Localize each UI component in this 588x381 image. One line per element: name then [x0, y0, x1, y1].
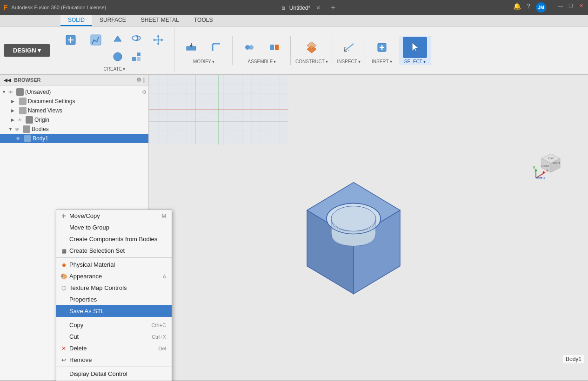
rigid-group-button[interactable] — [262, 37, 287, 58]
new-component-button[interactable] — [59, 29, 83, 51]
create-arrow-icon: ▾ — [123, 66, 125, 72]
settings-unsaved-icon[interactable]: ⚙ — [142, 89, 147, 95]
press-pull-button[interactable] — [179, 37, 203, 58]
svg-point-16 — [245, 45, 250, 50]
eye-bodies-icon[interactable]: 👁 — [15, 127, 21, 132]
toolbar-group-create: CREATE ▾ — [55, 28, 174, 72]
ctx-appearance-label: Appearance — [69, 273, 102, 280]
toolbar-group-modify: MODIFY ▾ — [175, 36, 233, 65]
svg-rect-0 — [66, 35, 75, 45]
joint-button[interactable] — [237, 37, 261, 58]
ctx-display-detail[interactable]: Display Detail Control — [56, 368, 172, 380]
tree-item-bodies[interactable]: ▼ 👁 Bodies — [0, 125, 148, 134]
toolbar-group-assemble: ASSEMBLE ▾ — [234, 36, 291, 65]
insert-label[interactable]: INSERT ▾ — [372, 59, 392, 64]
svg-point-5 — [114, 53, 122, 61]
create-sketch-button[interactable] — [84, 29, 108, 51]
maximize-button[interactable]: ☐ — [568, 2, 574, 9]
insert-arrow-icon: ▾ — [390, 59, 392, 64]
fillet-button[interactable] — [204, 37, 228, 58]
browser-pin-icon[interactable]: | — [143, 77, 145, 83]
inspect-arrow-icon: ▾ — [358, 59, 361, 64]
close-doc-icon[interactable]: ✕ — [316, 5, 321, 11]
select-button[interactable] — [403, 37, 427, 58]
help-icon[interactable]: ? — [527, 2, 530, 13]
ctx-save-as-stl[interactable]: Save As STL — [56, 305, 172, 317]
ctx-delete-label: Delete — [69, 345, 87, 352]
app-title: Autodesk Fusion 360 (Education License) — [12, 5, 107, 10]
svg-rect-8 — [137, 53, 140, 56]
minimize-button[interactable]: — — [557, 2, 564, 9]
construct-label[interactable]: CONSTRUCT ▾ — [295, 59, 328, 64]
revolve-button[interactable] — [127, 29, 145, 47]
tree-item-unsaved[interactable]: ▼ 👁 (Unsaved) ⚙ — [0, 87, 148, 97]
3d-model-body1 — [279, 154, 428, 314]
ctx-move-group[interactable]: Move to Group — [56, 222, 172, 233]
ctx-create-selection-label: Create Selection Set — [69, 247, 125, 254]
ctx-physical-material[interactable]: ◆ Physical Material — [56, 259, 172, 270]
measure-button[interactable] — [337, 37, 361, 58]
select-label[interactable]: SELECT ▾ — [404, 59, 426, 64]
ctx-remove[interactable]: ↩ Remove — [56, 354, 172, 366]
ctx-create-components-label: Create Components from Bodies — [69, 236, 157, 243]
assemble-label[interactable]: ASSEMBLE ▾ — [248, 59, 276, 64]
tab-solid[interactable]: SOLID — [60, 15, 92, 26]
design-button[interactable]: DESIGN ▾ — [4, 44, 50, 57]
pattern-button[interactable] — [127, 48, 145, 66]
expand-named-views-icon: ▶ — [11, 108, 18, 113]
select-arrow-icon: ▾ — [423, 59, 426, 64]
titlebar: F Autodesk Fusion 360 (Education License… — [0, 0, 588, 15]
tab-surface[interactable]: SURFACE — [92, 15, 134, 26]
tree-item-doc-settings[interactable]: ▶ Document Settings — [0, 97, 148, 106]
notifications-icon[interactable]: 🔔 — [513, 2, 521, 13]
svg-rect-9 — [137, 57, 140, 61]
ctx-properties-label: Properties — [69, 296, 97, 303]
modify-label[interactable]: MODIFY ▾ — [193, 59, 214, 64]
ctx-delete-shortcut: Del — [158, 346, 166, 351]
ctx-create-components[interactable]: Create Components from Bodies — [56, 233, 172, 245]
browser-collapse-icon[interactable]: ◀◀ — [4, 78, 11, 83]
tab-tools[interactable]: TOOLS — [187, 15, 220, 26]
move-group-icon — [60, 224, 67, 231]
svg-marker-21 — [307, 42, 316, 49]
tree-label-origin: Origin — [34, 117, 147, 123]
ctx-texture-map[interactable]: ⬡ Texture Map Controls — [56, 282, 172, 294]
eye-unsaved-icon[interactable]: 👁 — [8, 90, 15, 95]
offset-plane-button[interactable] — [300, 37, 324, 58]
tab-sheetmetal[interactable]: SHEET METAL — [134, 15, 187, 26]
eye-body1-icon[interactable]: 👁 — [16, 136, 22, 141]
close-button[interactable]: ✕ — [578, 2, 584, 9]
viewport[interactable]: TOP FRONT RIGHT x y z Body1 ⊕ ✋ 🔍 ⊙ — [149, 75, 588, 381]
svg-marker-12 — [153, 39, 155, 41]
new-tab-icon[interactable]: ＋ — [329, 3, 337, 11]
ctx-move-copy-shortcut: M — [162, 213, 166, 219]
ctx-properties[interactable]: Properties — [56, 294, 172, 305]
inspect-label[interactable]: INSPECT ▾ — [337, 59, 361, 64]
create-label[interactable]: CREATE ▾ — [104, 66, 126, 72]
doc-name: Untitled* — [289, 5, 310, 11]
sphere-button[interactable] — [109, 48, 127, 66]
ctx-appearance[interactable]: 🎨 Appearance A — [56, 270, 172, 282]
browser-settings-icon[interactable]: ⚙ — [136, 77, 141, 83]
browser-title: BROWSER — [14, 77, 40, 83]
ctx-copy[interactable]: Copy Ctrl+C — [56, 319, 172, 331]
toolbar-group-construct: CONSTRUCT ▾ — [292, 36, 332, 65]
view-cube[interactable]: TOP FRONT RIGHT x y z — [532, 145, 569, 182]
copy-icon — [60, 322, 67, 329]
tree-label-named-views: Named Views — [28, 107, 147, 114]
create-label-text: CREATE — [104, 66, 122, 72]
browser-panel: ◀◀ BROWSER ⚙ | ▼ 👁 (Unsaved) ⚙ ▶ Documen… — [0, 75, 149, 381]
tree-item-named-views[interactable]: ▶ Named Views — [0, 106, 148, 115]
ctx-create-selection-set[interactable]: ▦ Create Selection Set — [56, 245, 172, 256]
expand-bodies-icon: ▼ — [8, 127, 15, 131]
move-button[interactable] — [146, 29, 170, 51]
ctx-delete[interactable]: ✕ Delete Del — [56, 342, 172, 354]
ctx-move-copy[interactable]: ✛ Move/Copy M — [56, 210, 172, 222]
insert-mcad-button[interactable] — [370, 37, 394, 58]
user-avatar[interactable]: JM — [536, 2, 546, 13]
tree-item-origin[interactable]: ▶ 👁 Origin — [0, 115, 148, 125]
svg-rect-3 — [91, 35, 101, 45]
ctx-cut[interactable]: Cut Ctrl+X — [56, 331, 172, 342]
tree-item-body1[interactable]: 👁 Body1 — [0, 134, 148, 143]
extrude-button[interactable] — [109, 29, 127, 47]
